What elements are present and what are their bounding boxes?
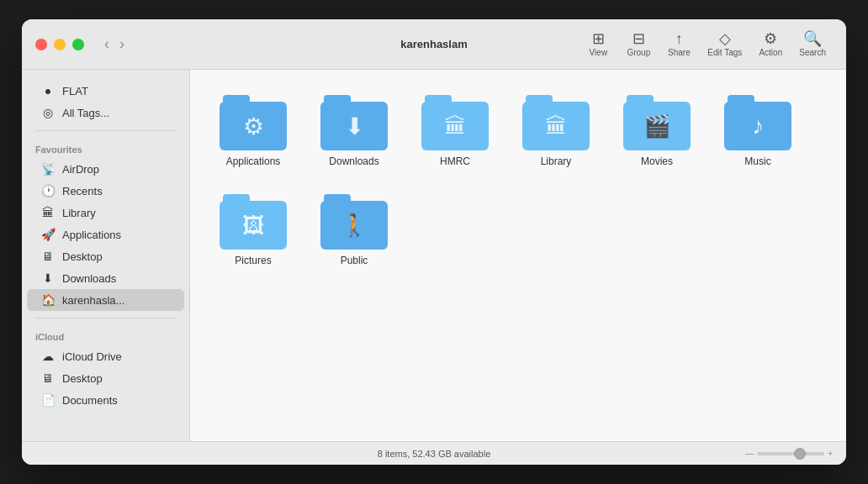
sidebar-item-recents[interactable]: 🕐 Recents [27,180,184,202]
sidebar-item-airdrop[interactable]: 📡 AirDrop [27,158,184,180]
action-button[interactable]: ⚙ Action [752,28,789,60]
sidebar-item-documents[interactable]: 📄 Documents [27,389,184,411]
edit-tags-label: Edit Tags [707,48,742,57]
group-icon: ⊟ [632,31,645,46]
sidebar-item-all-tags[interactable]: ◎ All Tags... [27,102,184,124]
share-button[interactable]: ↑ Share [660,28,697,60]
file-item-downloads[interactable]: ⬇ Downloads [308,87,400,177]
flat-icon: ● [40,84,56,97]
status-bar: 8 items, 52.43 GB available — + [22,441,846,465]
home-icon: 🏠 [40,293,56,307]
zoom-slider[interactable]: — + [745,449,833,458]
icloud-desktop-icon: 🖥 [40,371,56,385]
action-icon: ⚙ [764,31,777,46]
file-label-applications: Applications [226,155,281,169]
sidebar-item-all-tags-label: All Tags... [62,107,109,119]
window-title: karenhaslam [400,38,468,50]
sidebar-divider-2 [35,318,176,318]
sidebar-item-karenhaslam[interactable]: 🏠 karenhasla... [27,289,184,311]
folder-hmrc-icon: 🏛 [421,95,489,150]
action-label: Action [759,48,782,57]
finder-window: ‹ › karenhaslam ⊞ View ⊟ Group ↑ Share ◇… [22,19,846,465]
sidebar-item-karenhaslam-label: karenhasla... [62,294,124,307]
sidebar-item-downloads-label: Downloads [62,272,116,285]
zoom-out-icon: — [745,449,754,458]
forward-button[interactable]: › [116,34,128,55]
downloads-icon: ⬇ [40,271,56,285]
sidebar: ● FLAT ◎ All Tags... Favourites 📡 AirDro… [22,70,190,441]
sidebar-item-airdrop-label: AirDrop [62,163,99,176]
title-bar: ‹ › karenhaslam ⊞ View ⊟ Group ↑ Share ◇… [22,19,846,70]
main-content: ● FLAT ◎ All Tags... Favourites 📡 AirDro… [22,70,846,441]
file-area: ⚙ Applications ⬇ Downloads [190,70,846,441]
back-button[interactable]: ‹ [101,34,113,55]
maximize-button[interactable] [72,39,84,50]
view-label: View [590,48,608,57]
view-icon: ⊞ [592,31,605,46]
zoom-in-icon: + [828,449,833,458]
file-label-movies: Movies [641,155,673,169]
desktop-icon: 🖥 [40,250,56,263]
group-button[interactable]: ⊟ Group [620,28,657,60]
folder-library-icon: 🏛 [522,95,590,150]
folder-public-icon: 🚶 [320,194,388,250]
folder-movies-icon: 🎬 [623,95,691,150]
file-grid: ⚙ Applications ⬇ Downloads [207,87,829,424]
traffic-lights [35,39,84,50]
sidebar-item-flat[interactable]: ● FLAT [27,80,184,102]
sidebar-item-flat-label: FLAT [62,85,88,97]
library-icon: 🏛 [40,206,56,219]
airdrop-icon: 📡 [40,162,56,176]
slider-track [757,452,824,455]
nav-buttons: ‹ › [101,34,128,55]
minimize-button[interactable] [54,39,66,50]
search-button[interactable]: 🔍 Search [792,28,833,60]
sidebar-item-icloud-drive-label: iCloud Drive [62,350,122,363]
file-item-applications[interactable]: ⚙ Applications [207,87,299,177]
search-icon: 🔍 [803,31,822,46]
sidebar-item-recents-label: Recents [62,185,103,197]
share-label: Share [668,48,691,57]
file-item-public[interactable]: 🚶 Public [308,186,400,276]
sidebar-item-library[interactable]: 🏛 Library [27,202,184,224]
tags-icon: ◎ [40,106,56,119]
close-button[interactable] [35,39,47,50]
applications-icon: 🚀 [40,228,56,241]
search-label: Search [799,48,826,57]
edit-tags-icon: ◇ [719,31,731,46]
file-label-public: Public [341,255,368,268]
documents-icon: 📄 [40,393,56,407]
file-item-library[interactable]: 🏛 Library [510,87,602,177]
file-item-music[interactable]: ♪ Music [712,87,804,177]
recents-icon: 🕐 [40,184,56,197]
icloud-drive-icon: ☁ [40,350,56,363]
sidebar-item-icloud-desktop-label: Desktop [62,372,103,385]
slider-thumb[interactable] [794,448,806,460]
file-item-hmrc[interactable]: 🏛 HMRC [409,87,501,177]
share-icon: ↑ [675,31,683,46]
file-label-downloads: Downloads [329,155,378,169]
file-label-pictures: Pictures [235,255,271,268]
sidebar-item-applications-label: Applications [62,229,121,241]
sidebar-item-desktop[interactable]: 🖥 Desktop [27,245,184,267]
favourites-label: Favourites [22,138,189,158]
sidebar-item-applications[interactable]: 🚀 Applications [27,224,184,245]
icloud-label: iCloud [22,325,189,345]
folder-music-icon: ♪ [724,95,791,150]
folder-downloads-icon: ⬇ [320,95,388,150]
view-button[interactable]: ⊞ View [580,28,617,60]
file-label-hmrc: HMRC [440,155,470,169]
folder-pictures-icon: 🖼 [220,194,287,250]
edit-tags-button[interactable]: ◇ Edit Tags [701,28,749,60]
group-label: Group [627,48,650,57]
file-item-movies[interactable]: 🎬 Movies [611,87,703,177]
sidebar-item-icloud-drive[interactable]: ☁ iCloud Drive [27,345,184,367]
folder-applications-icon: ⚙ [220,95,287,150]
file-label-music: Music [744,155,770,169]
sidebar-item-icloud-desktop[interactable]: 🖥 Desktop [27,367,184,389]
status-text: 8 items, 52.43 GB available [378,449,491,459]
sidebar-item-downloads[interactable]: ⬇ Downloads [27,267,184,289]
sidebar-item-documents-label: Documents [62,394,118,407]
file-label-library: Library [541,155,572,169]
file-item-pictures[interactable]: 🖼 Pictures [207,186,299,276]
